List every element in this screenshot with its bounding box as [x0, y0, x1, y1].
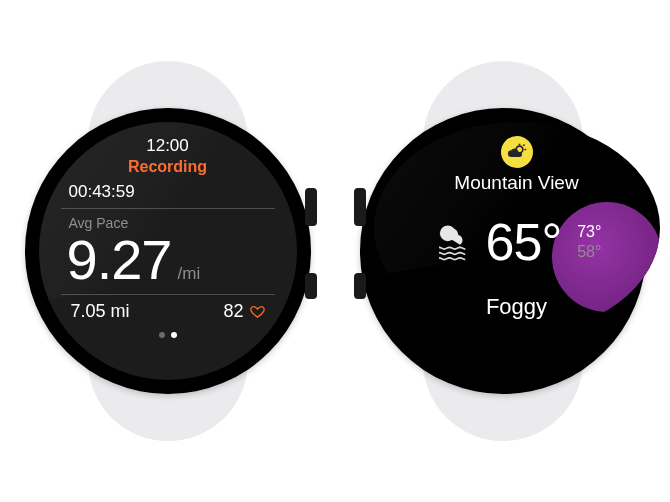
elapsed-time: 00:43:59	[69, 182, 135, 202]
location-name: Mountain View	[454, 172, 578, 194]
pace-value: 9.27	[67, 231, 172, 290]
heart-rate-value: 82	[223, 301, 243, 322]
recording-status: Recording	[128, 158, 207, 176]
fog-icon	[432, 221, 474, 263]
page-indicator[interactable]	[159, 332, 177, 338]
high-temp: 73°	[577, 222, 601, 242]
heart-rate: 82	[223, 301, 264, 322]
weather-main: 65° 73° 58°	[394, 212, 640, 272]
distance-value: 7.05 mi	[71, 301, 130, 322]
condition-text: Foggy	[486, 294, 547, 320]
pace-unit: /mi	[178, 264, 201, 284]
high-low: 73° 58°	[577, 222, 601, 262]
crown-button-upper[interactable]	[305, 188, 317, 226]
watch-fitness: 12:00 Recording 00:43:59 Avg Pace 9.27 /…	[13, 61, 323, 441]
divider	[61, 208, 275, 209]
crown-button-lower[interactable]	[354, 273, 366, 299]
watch-face[interactable]: Mountain View 65° 73° 58° Foggy	[374, 122, 660, 334]
pace-row: 9.27 /mi	[67, 231, 201, 290]
crown-button-lower[interactable]	[305, 273, 317, 299]
watch-weather: Mountain View 65° 73° 58° Foggy	[348, 61, 658, 441]
low-temp: 58°	[577, 242, 601, 262]
crown-button-upper[interactable]	[354, 188, 366, 226]
page-dot-active	[171, 332, 177, 338]
watch-case: Mountain View 65° 73° 58° Foggy	[360, 108, 646, 394]
heart-icon	[250, 304, 265, 319]
clock-time: 12:00	[146, 136, 189, 156]
accent-blob	[552, 202, 660, 312]
page-dot	[159, 332, 165, 338]
watch-face[interactable]: 12:00 Recording 00:43:59 Avg Pace 9.27 /…	[39, 122, 297, 380]
weather-app-icon[interactable]	[501, 136, 533, 168]
sun-cloud-icon	[507, 142, 527, 162]
watch-case: 12:00 Recording 00:43:59 Avg Pace 9.27 /…	[25, 108, 311, 394]
svg-line-3	[523, 145, 524, 146]
current-temp: 65°	[486, 212, 562, 272]
svg-point-4	[439, 225, 455, 241]
bottom-row: 7.05 mi 82	[61, 295, 275, 322]
